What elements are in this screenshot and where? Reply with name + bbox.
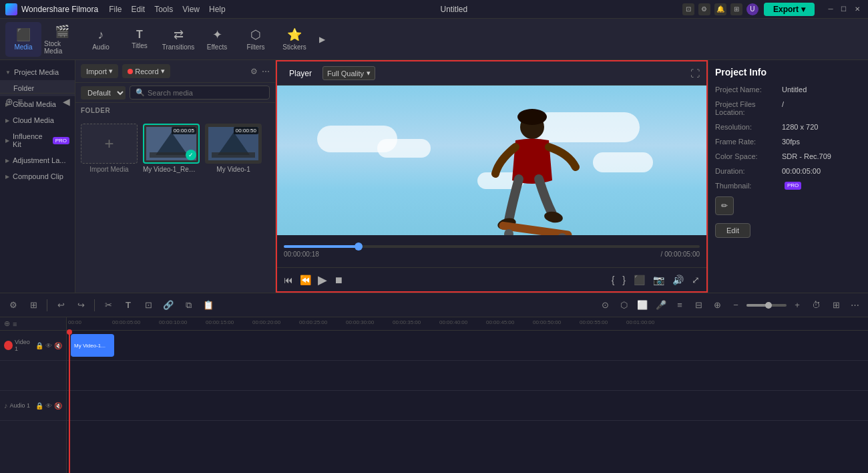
toolbar-stickers[interactable]: ⭐ Stickers bbox=[276, 22, 312, 57]
timeline-tool-7[interactable]: ⊕ bbox=[709, 297, 725, 313]
mute-audio-icon[interactable]: 🔇 bbox=[54, 402, 62, 410]
timeline-grid-icon[interactable]: ⊞ bbox=[828, 297, 844, 313]
timeline-tool-4[interactable]: 🎤 bbox=[653, 297, 669, 313]
timeline-progress-bar[interactable] bbox=[284, 245, 700, 248]
sidebar-item-compound-clip[interactable]: ▶ Compound Clip bbox=[0, 168, 75, 184]
media-thumb-video1[interactable]: 00:00:05 ✓ bbox=[143, 124, 200, 164]
cut-button[interactable]: ✂ bbox=[100, 297, 116, 313]
audio-note-icon[interactable]: ♪ bbox=[4, 402, 8, 410]
import-media-item[interactable]: + Import Media bbox=[81, 124, 138, 173]
timeline-zoom-plus[interactable]: + bbox=[789, 297, 805, 313]
eye-video-icon[interactable]: 👁 bbox=[45, 342, 52, 349]
lock-video-icon[interactable]: 🔒 bbox=[35, 342, 43, 349]
toolbar-filters[interactable]: ⬡ Filters bbox=[238, 22, 274, 57]
menu-help[interactable]: Help bbox=[209, 5, 226, 14]
close-button[interactable]: ✕ bbox=[852, 4, 863, 15]
toolbar-effects[interactable]: ✦ Effects bbox=[199, 22, 235, 57]
timeline-more-icon[interactable]: ⋯ bbox=[847, 297, 863, 313]
list-view-icon[interactable]: ≡ bbox=[17, 96, 23, 107]
timeline-thumb[interactable] bbox=[355, 243, 363, 251]
menu-file[interactable]: File bbox=[109, 5, 122, 14]
speaker-icon[interactable]: 🔊 bbox=[672, 275, 684, 285]
user-icon[interactable]: U bbox=[746, 3, 758, 15]
toolbar-expand-button[interactable]: ▶ bbox=[315, 33, 329, 46]
redo-button[interactable]: ↪ bbox=[73, 297, 89, 313]
menu-tools[interactable]: Tools bbox=[154, 5, 173, 14]
lock-audio-icon[interactable]: 🔒 bbox=[35, 402, 43, 410]
timeline-zoom-minus[interactable]: − bbox=[728, 297, 744, 313]
info-row-framerate: Frame Rate: 30fps bbox=[715, 138, 861, 146]
bracket-right-icon[interactable]: } bbox=[622, 275, 626, 285]
media-item-video1[interactable]: 00:00:05 ✓ My Video-1_Removed_2 bbox=[143, 124, 200, 173]
fullscreen-button[interactable]: ⛶ bbox=[690, 68, 700, 79]
mute-video-icon[interactable]: 🔇 bbox=[54, 342, 62, 349]
timeline-tool-2[interactable]: ⬡ bbox=[616, 297, 632, 313]
sidebar-item-adjustment[interactable]: ▶ Adjustment La... bbox=[0, 152, 75, 168]
camera-icon[interactable]: 📷 bbox=[653, 275, 664, 285]
text-button[interactable]: T bbox=[120, 297, 136, 313]
bracket-left-icon[interactable]: { bbox=[612, 275, 615, 285]
timeline-snap-icon[interactable]: ⊞ bbox=[25, 297, 41, 313]
skip-back-button[interactable]: ⏮ bbox=[284, 275, 293, 285]
media-item-video2[interactable]: 00:00:50 My Video-1 bbox=[205, 124, 262, 173]
export-button[interactable]: Export ▾ bbox=[764, 3, 815, 16]
preview-tab-player[interactable]: Player bbox=[284, 66, 317, 81]
toolbar-audio[interactable]: ♪ Audio bbox=[83, 22, 119, 57]
timeline-tool-3[interactable]: ⬜ bbox=[634, 297, 650, 313]
sort-select[interactable]: Default bbox=[81, 86, 126, 100]
extra-controls: { } ⬛ 📷 🔊 ⤢ bbox=[612, 275, 700, 285]
filter-icon[interactable]: ⚙ bbox=[250, 67, 258, 76]
toolbar-titles[interactable]: T Titles bbox=[122, 22, 158, 57]
add-track-icon[interactable]: ⊕ bbox=[4, 319, 10, 328]
menu-view[interactable]: View bbox=[182, 5, 200, 14]
quality-select[interactable]: Full Quality ▾ bbox=[322, 66, 375, 80]
toolbar-transitions[interactable]: ⇄ Transitions bbox=[160, 22, 196, 57]
toolbar-stock-media[interactable]: 🎬 Stock Media bbox=[44, 22, 80, 57]
left-sidebar: ▼ Project Media Folder ▶ Global Media ▶ … bbox=[0, 60, 75, 293]
record-button[interactable]: Record ▾ bbox=[122, 64, 170, 78]
video-clip[interactable]: My Video-1... bbox=[71, 334, 114, 357]
restore-icon[interactable]: ⊡ bbox=[682, 3, 694, 15]
timeline-tool-1[interactable]: ⊙ bbox=[597, 297, 613, 313]
media-thumb-video2[interactable]: 00:00:50 bbox=[205, 124, 262, 164]
timeline-tool-6[interactable]: ⊟ bbox=[690, 297, 706, 313]
undo-button[interactable]: ↩ bbox=[53, 297, 69, 313]
import-media-placeholder[interactable]: + bbox=[81, 124, 138, 164]
crop-button[interactable]: ⊡ bbox=[140, 297, 156, 313]
screen-icon[interactable]: ⬛ bbox=[634, 275, 645, 285]
zoom-slider[interactable] bbox=[746, 304, 787, 307]
timeline-settings-icon[interactable]: ⚙ bbox=[5, 297, 21, 313]
sidebar-item-project-media[interactable]: ▼ Project Media bbox=[0, 64, 75, 80]
timeline-tool-5[interactable]: ≡ bbox=[672, 297, 688, 313]
collapse-icon[interactable]: ◀ bbox=[63, 96, 70, 107]
sidebar-item-cloud-media[interactable]: ▶ Cloud Media bbox=[0, 112, 75, 128]
pencil-button[interactable]: ✏ bbox=[715, 196, 734, 215]
maximize-button[interactable]: ☐ bbox=[839, 4, 849, 15]
track-menu-icon[interactable]: ≡ bbox=[13, 320, 17, 328]
expand-icon[interactable]: ⤢ bbox=[692, 275, 700, 285]
copy-button[interactable]: ⧉ bbox=[180, 297, 196, 313]
edit-button[interactable]: Edit bbox=[715, 223, 750, 238]
grid-icon[interactable]: ⊞ bbox=[730, 3, 742, 15]
sidebar-item-influence-kit[interactable]: ▶ Influence Kit PRO bbox=[0, 128, 75, 152]
search-input[interactable] bbox=[148, 89, 264, 97]
info-value-location: / bbox=[782, 100, 784, 116]
more-icon[interactable]: ⋯ bbox=[262, 67, 270, 76]
media-filter-bar: Default 🔍 bbox=[75, 83, 275, 103]
import-button[interactable]: Import ▾ bbox=[81, 64, 118, 78]
frame-back-button[interactable]: ⏪ bbox=[300, 275, 311, 285]
add-folder-icon[interactable]: ⊕ bbox=[5, 96, 13, 107]
play-button[interactable]: ▶ bbox=[318, 273, 327, 287]
paste-button[interactable]: 📋 bbox=[200, 297, 216, 313]
eye-audio-icon[interactable]: 👁 bbox=[45, 402, 52, 410]
timeline-timer-icon[interactable]: ⏱ bbox=[808, 297, 824, 313]
settings-icon[interactable]: ⚙ bbox=[698, 3, 710, 15]
minimize-button[interactable]: ─ bbox=[825, 4, 836, 15]
menu-edit[interactable]: Edit bbox=[132, 5, 146, 14]
toolbar-media[interactable]: ⬛ Media bbox=[5, 22, 41, 57]
playhead-marker-track[interactable] bbox=[4, 341, 13, 350]
stop-button[interactable]: ⏹ bbox=[334, 275, 343, 285]
center-timeline-tools: ⊙ ⬡ ⬜ 🎤 ≡ ⊟ ⊕ − + ⏱ bbox=[597, 297, 824, 313]
notification-icon[interactable]: 🔔 bbox=[714, 3, 726, 15]
link-button[interactable]: 🔗 bbox=[160, 297, 176, 313]
